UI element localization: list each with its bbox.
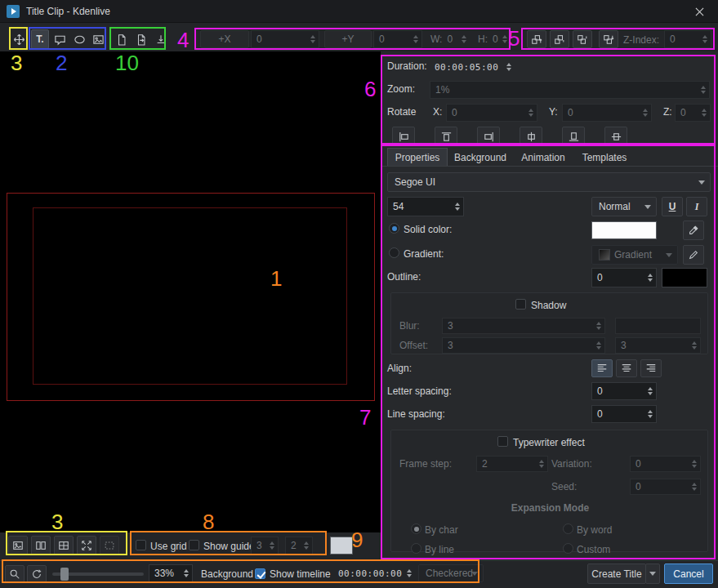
spin-arrows-icon[interactable] <box>453 198 461 216</box>
underline-button[interactable]: U <box>662 197 683 216</box>
show-guides-checkbox[interactable] <box>189 540 199 550</box>
spin-arrows-icon[interactable] <box>641 105 649 121</box>
edit-gradient-button[interactable] <box>683 245 704 265</box>
zoom-spinbox[interactable]: 1% <box>430 81 710 99</box>
shadow-color-field[interactable] <box>615 318 701 334</box>
custom-radio[interactable] <box>563 543 573 554</box>
align-v-top-button[interactable] <box>435 127 457 146</box>
select-text-items-button[interactable] <box>31 536 51 555</box>
zoom-percent-spinbox[interactable]: 33% <box>149 564 193 582</box>
background-pattern-combo[interactable]: Checkered <box>418 564 484 582</box>
show-timeline-checkbox[interactable] <box>255 568 265 579</box>
lower-button[interactable] <box>573 30 592 48</box>
seed-spinbox[interactable]: 0 <box>630 479 701 495</box>
spin-arrows-icon[interactable] <box>182 565 190 581</box>
spin-arrows-icon[interactable] <box>690 457 698 471</box>
spin-arrows-icon[interactable] <box>690 338 698 353</box>
spin-arrows-icon[interactable] <box>700 105 707 121</box>
align-v-bottom-button[interactable] <box>562 127 585 146</box>
gradient-combo[interactable]: Gradient <box>591 245 678 265</box>
align-h-left-button[interactable] <box>392 127 415 146</box>
by-word-radio[interactable] <box>563 523 573 534</box>
rect-tool-button[interactable] <box>51 29 69 49</box>
tab-properties[interactable]: Properties <box>387 148 448 167</box>
new-document-button[interactable] <box>114 29 130 49</box>
line-spacing-spinbox[interactable]: 0 <box>591 405 657 423</box>
outline-spinbox[interactable]: 0 <box>591 268 657 287</box>
offset-x-spinbox[interactable]: 3 <box>442 337 605 354</box>
spin-arrows-icon[interactable] <box>501 30 508 48</box>
tab-animation[interactable]: Animation <box>513 148 573 167</box>
rotate-y-spinbox[interactable]: 0 <box>562 104 652 122</box>
spin-arrows-icon[interactable] <box>537 457 545 471</box>
pos-x-spinbox[interactable]: 0 <box>251 30 319 48</box>
rotate-z-spinbox[interactable]: 0 <box>675 104 711 122</box>
zoom-fit-button[interactable] <box>27 565 47 583</box>
spin-arrows-icon[interactable] <box>646 383 653 399</box>
use-grid-checkbox[interactable] <box>136 540 146 550</box>
spin-arrows-icon[interactable] <box>595 338 602 353</box>
spin-arrows-icon[interactable] <box>527 105 534 121</box>
typewriter-checkbox[interactable] <box>497 436 508 447</box>
width-spinbox[interactable]: W: 0 <box>426 30 470 48</box>
spin-arrows-icon[interactable] <box>701 31 708 47</box>
spin-arrows-icon[interactable] <box>268 537 275 554</box>
align-h-center-button[interactable] <box>520 127 542 146</box>
duration-timecode[interactable]: 00:00:05:00 <box>430 58 515 76</box>
guides-x-spinbox[interactable]: 3 <box>251 537 279 555</box>
text-align-center-button[interactable] <box>616 359 637 377</box>
guides-y-spinbox[interactable]: 2 <box>285 537 313 555</box>
height-spinbox[interactable]: H: 0 <box>473 30 511 48</box>
unselect-items-button[interactable] <box>100 536 119 555</box>
text-align-right-button[interactable] <box>640 359 662 377</box>
cancel-button[interactable]: Cancel <box>664 564 713 584</box>
save-document-button[interactable] <box>153 29 169 49</box>
spin-arrows-icon[interactable] <box>595 318 602 333</box>
frame-step-spinbox[interactable]: 2 <box>476 456 548 472</box>
tab-background[interactable]: Background <box>448 148 513 167</box>
close-button[interactable] <box>681 0 718 23</box>
raise-button[interactable] <box>550 30 569 48</box>
select-rect-items-button[interactable] <box>54 536 74 555</box>
outline-color-swatch[interactable] <box>662 268 707 287</box>
spin-arrows-icon[interactable] <box>646 406 653 422</box>
select-image-items-button[interactable] <box>77 536 96 555</box>
tab-templates[interactable]: Templates <box>573 148 635 167</box>
spin-arrows-icon[interactable] <box>460 30 467 48</box>
title-canvas[interactable] <box>0 51 381 532</box>
pos-y-spinbox[interactable]: 0 <box>373 30 422 48</box>
spin-arrows-icon[interactable] <box>405 564 413 582</box>
color-picker-button[interactable] <box>683 220 704 240</box>
by-line-radio[interactable] <box>411 543 421 554</box>
guide-color-swatch[interactable] <box>330 537 353 555</box>
zoom-slider-handle[interactable] <box>60 568 69 581</box>
letter-spacing-spinbox[interactable]: 0 <box>591 382 657 400</box>
zindex-spinbox[interactable]: 0 <box>664 30 711 48</box>
by-char-radio[interactable] <box>411 523 421 534</box>
gradient-radio[interactable] <box>389 247 399 258</box>
text-tool-button[interactable]: T. <box>31 29 49 49</box>
font-family-combo[interactable]: Segoe UI <box>387 172 711 192</box>
spin-arrows-icon[interactable] <box>646 269 653 287</box>
open-document-button[interactable] <box>133 29 149 49</box>
font-size-spinbox[interactable]: 54 <box>387 197 464 216</box>
align-v-center-button[interactable] <box>604 127 627 146</box>
move-tool-button[interactable] <box>10 29 28 49</box>
blur-spinbox[interactable]: 3 <box>442 318 605 334</box>
spin-arrows-icon[interactable] <box>412 31 419 47</box>
solid-color-radio[interactable] <box>389 223 399 234</box>
raise-to-top-button[interactable] <box>527 30 546 48</box>
solid-color-swatch[interactable] <box>591 221 657 239</box>
spin-arrows-icon[interactable] <box>302 537 310 554</box>
spin-arrows-icon[interactable] <box>309 31 316 47</box>
zoom-slider[interactable] <box>52 572 144 576</box>
shadow-checkbox[interactable] <box>515 299 526 310</box>
lower-to-bottom-button[interactable] <box>599 30 618 48</box>
spin-arrows-icon[interactable] <box>690 479 698 494</box>
image-tool-button[interactable] <box>89 29 107 49</box>
spin-arrows-icon[interactable] <box>505 58 512 76</box>
timeline-timecode[interactable]: 00:00:00:00 <box>333 564 415 582</box>
rotate-x-spinbox[interactable]: 0 <box>446 104 537 122</box>
italic-button[interactable]: I <box>686 197 707 216</box>
ellipse-tool-button[interactable] <box>70 29 88 49</box>
